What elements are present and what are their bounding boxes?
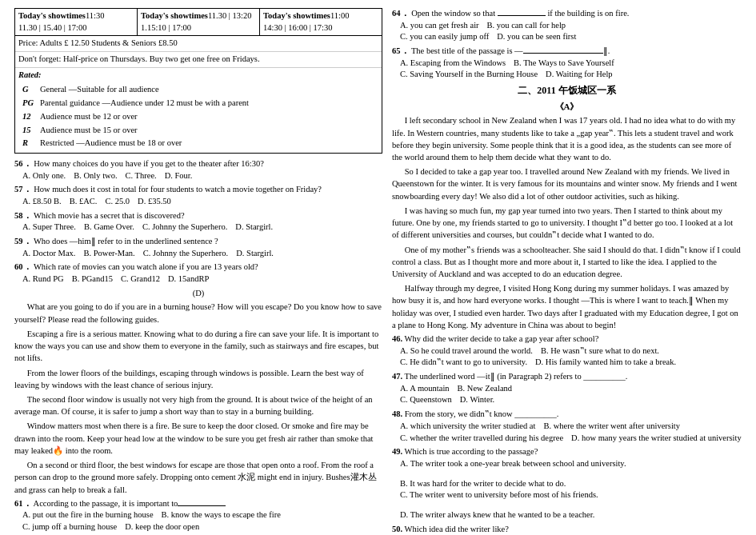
q65-options2: C. Saving Yourself in the Burning House … (400, 69, 742, 81)
rating-row: RRestricted —Audience must be 18 or over (20, 138, 377, 150)
showtime-col1: Today's showtimes11:30 11.30 | 15.40 | 1… (15, 9, 138, 35)
question-text: Which rate of movies can you watch alone… (34, 262, 258, 271)
q64-options: A. you can get fresh air B. you can call… (400, 20, 742, 32)
question-options: C. The writer went to university before … (400, 489, 742, 521)
question-option: A. The writer took a one-year break betw… (400, 458, 626, 470)
q64-block: 64． Open the window so that if the build… (392, 8, 742, 43)
question-option: A. which university the writer studied a… (400, 421, 535, 433)
showtime-label1: Today's showtimes (18, 11, 86, 20)
question-block: 49. Which is true according to the passa… (392, 446, 742, 521)
showtime-times3: 14:30 | 16:00 | 17:30 (263, 22, 378, 34)
rating-row: PGParental guidance —Audience under 12 m… (20, 98, 377, 110)
question-option: D. Stargirl. (236, 248, 274, 260)
question-options: A. A mountainB. New Zealand (400, 383, 742, 395)
question-options: A. Doctor Max.B. Power-Man.C. Johnny the… (22, 248, 382, 260)
question-option: B. £AC. (70, 196, 98, 208)
question-text: Which idea did the writer like? (405, 525, 509, 533)
rating-code: 12 (20, 111, 36, 123)
question-block: 57． How much does it cost in total for f… (14, 184, 382, 207)
question-option: D. His family wanted him to take a break… (535, 357, 676, 369)
question-options: C. He didn‟t want to go to university.D.… (400, 357, 742, 369)
page-container: Today's showtimes11:30 11.30 | 15.40 | 1… (14, 8, 742, 535)
showtime-label3: Today's showtimes (263, 11, 330, 20)
question-option: A. Only one. (22, 170, 66, 182)
rating-desc: General —Suitable for all audience (38, 84, 377, 96)
question-block: 61． According to the passage, it is impo… (14, 498, 382, 533)
section-d-paragraph: The second floor window is usually not v… (14, 393, 382, 417)
question-text: Why did the writer decide to take a gap … (405, 334, 599, 343)
question-num: 56． (14, 159, 32, 168)
question-num: 61． (14, 499, 32, 508)
question-num: 50. (392, 525, 402, 533)
question-num: 59． (14, 237, 32, 246)
question-block: 59． Who does —him‖ refer to in the under… (14, 236, 382, 259)
question-option: A. Super Three. (22, 222, 76, 234)
question-option: A. Doctor Max. (22, 248, 76, 260)
question-option: C. He didn‟t want to go to university. (400, 357, 527, 369)
rating-desc: Parental guidance —Audience under 12 mus… (38, 98, 377, 110)
question-options: A. Super Three.B. Game Over.C. Johnny th… (22, 222, 382, 234)
ratings-table: GGeneral —Suitable for all audiencePGPar… (18, 82, 378, 150)
question-option: B. PGand15 (72, 273, 113, 285)
question-option: A. put out the fire in the burning house (22, 509, 154, 521)
question-option: B. Game Over. (84, 222, 134, 234)
showtime-col3: Today's showtimes11:00 14:30 | 16:00 | 1… (260, 9, 382, 35)
question-option: B. He wasn‟t sure what to do next. (541, 345, 659, 357)
section-d-intro: What are you going to do if you are in a… (14, 301, 382, 325)
passage-a-paragraph: I was having so much fun, my gap year tu… (392, 205, 742, 242)
question-option: B. It was hard for the writer to decide … (400, 478, 566, 490)
rating-row: 15Audience must be 15 or over (20, 125, 377, 137)
question-option: C. whether the writer travelled during h… (400, 433, 563, 445)
question-block: 58． Which movie has a secret that is dis… (14, 210, 382, 234)
right-column: 64． Open the window so that if the build… (392, 8, 742, 535)
showtime-time3: 11:00 (330, 11, 350, 20)
section-d-paragraphs: Escaping a fire is a serious matter. Kno… (14, 328, 382, 496)
question-num: 47. (392, 372, 402, 381)
section-d-title: (D) (14, 288, 382, 300)
question-block: 56． How many choices do you have if you … (14, 158, 382, 182)
question-option: C. Grand12 (121, 273, 160, 285)
question-block: 60． Which rate of movies can you watch a… (14, 262, 382, 285)
price-row2: Don't forget: Half-price on Thursdays. B… (15, 52, 382, 68)
showtime-time1: 11:30 (86, 11, 105, 20)
passage-a-paragraph: Halfway through my degree, I visited Hon… (392, 282, 742, 331)
passage-a: I left secondary school in New Zealand w… (392, 114, 742, 331)
q65-text: The best title of the passage is —‖. (411, 46, 610, 55)
showtimes-table: Today's showtimes11:30 11.30 | 15.40 | 1… (14, 8, 382, 154)
question-option: B. New Zealand (458, 383, 513, 395)
rated-label: Rated: (18, 70, 378, 82)
question-options: A. Only one.B. Only two.C. Three.D. Four… (22, 170, 382, 182)
question-option: C. Queenstown (400, 394, 452, 406)
question-option: A. Rund PG (22, 273, 64, 285)
question-option: B. know the ways to escape the fire (162, 509, 281, 521)
section-d-paragraph: On a second or third floor, the best win… (14, 459, 382, 496)
rating-code: G (20, 84, 36, 96)
question-text: According to the passage, it is importan… (34, 499, 226, 508)
question-option: A. £8.50 B. (22, 196, 62, 208)
question-options: A. which university the writer studied a… (400, 421, 742, 433)
question-num: 49. (392, 447, 402, 456)
showtime-time2: 11.30 | 13:20 (208, 11, 252, 20)
question-text: How many choices do you have if you get … (34, 159, 264, 168)
section-d: (D) What are you going to do if you are … (14, 288, 382, 535)
question-text: Which is true according to the passage? (405, 447, 538, 456)
question-num: 48. (392, 409, 402, 418)
question-options: C. jump off a burning houseD. keep the d… (22, 521, 382, 533)
q65-num: 65． (392, 46, 410, 55)
question-block: 46. Why did the writer decide to take a … (392, 333, 742, 369)
rating-desc: Restricted —Audience must be 18 or over (38, 138, 377, 150)
question-options: A. put out the fire in the burning house… (22, 509, 382, 521)
rating-row: GGeneral —Suitable for all audience (20, 84, 377, 96)
question-option: D. keep the door open (125, 521, 199, 533)
q64-options2: C. you can easily jump off D. you can be… (400, 31, 742, 43)
question-text: Which movie has a secret that is discove… (34, 211, 185, 220)
left-column: Today's showtimes11:30 11.30 | 15.40 | 1… (14, 8, 382, 535)
showtime-label2: Today's showtimes (141, 11, 208, 20)
question-num: 58． (14, 211, 32, 220)
question-num: 60． (14, 262, 32, 271)
section2-title: 二、2011 午饭城区一系 (392, 84, 742, 98)
q64-text: Open the window so that if the building … (411, 9, 629, 18)
question-option: C. The writer went to university before … (400, 489, 598, 501)
question-num: 46. (392, 334, 402, 343)
passage-a-paragraph: So I decided to take a gap year too. I t… (392, 166, 742, 202)
